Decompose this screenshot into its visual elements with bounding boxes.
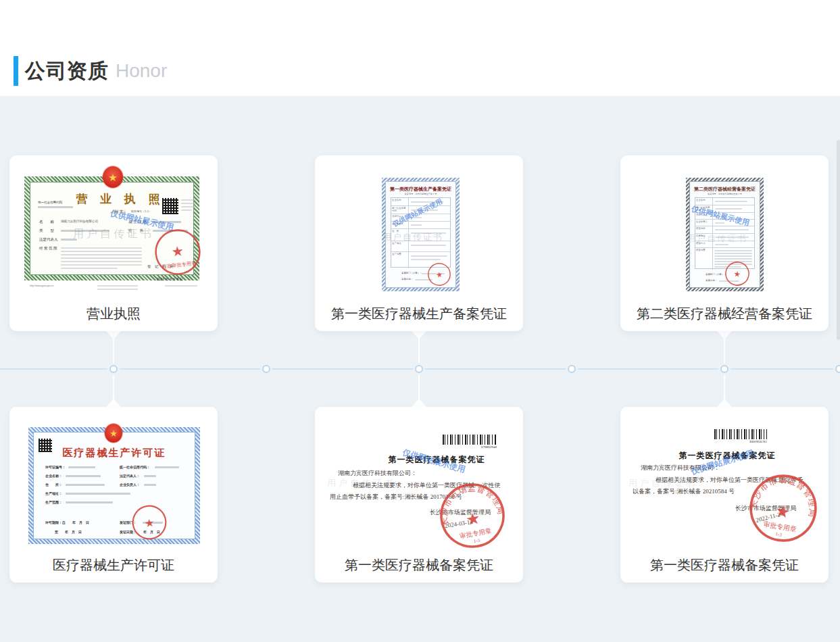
redacted-value <box>411 245 446 246</box>
redacted-value <box>411 201 443 203</box>
row-label: 法定代表人 <box>695 213 713 219</box>
timeline-dot <box>720 365 728 373</box>
redacted-value <box>715 237 749 238</box>
credit-code-label: 统一社会信用代码 <box>38 201 62 204</box>
svg-text:1-3: 1-3 <box>473 538 480 545</box>
national-emblem-icon: ★ <box>105 424 122 443</box>
redacted-value <box>66 493 130 495</box>
certificate-table: 企业名称 统一社会信用代码 法定代表人 企业负责人 经营场所 库房地址 经营方式… <box>695 197 755 269</box>
document-title: 第一类医疗器械备案凭证 <box>646 450 808 462</box>
redacted-line <box>181 199 196 201</box>
row-label: 企业负责人 <box>695 220 713 226</box>
row-label: 统一社会信用代码 <box>695 205 713 212</box>
svg-text:行政审批专用章: 行政审批专用章 <box>162 260 197 270</box>
certificate-border: 医疗器械生产许可证 许可证编号： 统一社会信用代码： 企业名称： 法定代表人： … <box>28 427 200 544</box>
row-label: 住 所 <box>391 229 409 241</box>
filing-dept-line: 备案部门（公章）： <box>401 272 422 274</box>
redacted-scope <box>61 268 118 269</box>
accent-bar <box>14 56 18 86</box>
redacted-value <box>715 216 724 217</box>
connector-arrow-down <box>717 331 732 339</box>
barcode <box>714 429 767 439</box>
redacted-value <box>411 232 446 234</box>
certificate-caption: 第二类医疗器械经营备案凭证 <box>620 305 829 323</box>
filing-date-line: 备案日期： <box>706 279 717 282</box>
section-header: 公司资质 Honor <box>14 55 167 87</box>
timeline-dot <box>109 365 118 373</box>
row-label: 生产范围 <box>391 252 409 268</box>
redacted-value <box>155 466 179 468</box>
redacted-value <box>144 484 156 486</box>
filing-number: 备案编号：湘长食药监械经营备字号 <box>689 193 760 195</box>
row-label: 经营场所 <box>695 226 713 233</box>
address-label: 住 所： <box>45 483 62 487</box>
prod-scope-label: 生产范围： <box>45 500 62 504</box>
established-label: 成 立 日 期 <box>128 220 147 224</box>
redacted-line <box>181 203 196 204</box>
company-name: 湖南力宾医疗科技有限公司 <box>61 220 98 223</box>
license-title: 医疗器械生产许可证 <box>40 447 189 460</box>
filing-date-line: 备案日期： <box>401 278 413 280</box>
official-seal-icon: ★ <box>129 502 170 543</box>
redacted-scope <box>61 247 142 249</box>
svg-text:★: ★ <box>733 270 741 278</box>
redacted-legal-rep <box>61 239 77 241</box>
certificate-caption: 营业执照 <box>9 305 218 323</box>
redacted-value <box>66 501 113 503</box>
redacted-value <box>66 484 105 486</box>
redacted-value <box>715 201 747 202</box>
redacted-value <box>715 208 742 209</box>
timeline-dot <box>568 365 576 373</box>
certificate-card-class1-production-filing[interactable]: 第一类医疗器械生产备案凭证 备案编号：湘长药监械生产备字号 企业名称 统一社会信… <box>315 155 523 331</box>
redacted-value <box>715 229 749 230</box>
certificate-card-class1-filing-2021[interactable]: RBSXOCR1 第一类医疗器械备案凭证 湖南力宾医疗科技有限公司： 根据相关法… <box>620 407 829 583</box>
row-label: 经营方式 <box>695 241 713 247</box>
certificate-caption: 医疗器械生产许可证 <box>9 556 218 574</box>
row-label: 统一社会信用代码 <box>391 206 409 214</box>
row-label: 库房地址 <box>695 234 713 241</box>
official-seal-icon: ★ <box>723 260 752 289</box>
certificate-card-business-license[interactable]: 统一社会信用代码 营 业 执 照 （副 本） 副本编号（1-1） 名 称 湖南力… <box>9 155 218 331</box>
redacted-value <box>411 217 422 218</box>
license-title: 营 业 执 照 <box>62 191 178 207</box>
redacted-footer <box>97 285 138 287</box>
scrollbar-thumb[interactable] <box>837 140 840 340</box>
type-label: 类 型 <box>39 228 54 233</box>
license-no-label: 许可证编号： <box>45 465 66 469</box>
timeline-dot <box>262 365 270 373</box>
redacted-scope <box>61 257 142 259</box>
certificate-card-production-license[interactable]: 医疗器械生产许可证 许可证编号： 统一社会信用代码： 企业名称： 法定代表人： … <box>9 407 218 583</box>
certificate-caption: 第一类医疗器械生产备案凭证 <box>315 305 523 323</box>
redacted-value <box>714 253 752 254</box>
row-label: 企业负责人 <box>391 222 409 228</box>
connector-arrow-down <box>106 331 121 339</box>
redacted-value <box>411 224 422 226</box>
redacted-footer <box>97 289 138 290</box>
redacted-value <box>714 258 752 260</box>
redacted-scope <box>61 261 142 262</box>
copy-number: 副本编号（1-1） <box>131 209 151 213</box>
redacted-value <box>715 222 724 224</box>
barcode-label: RBSXOCR1 <box>722 440 767 443</box>
svg-text:★: ★ <box>144 516 155 530</box>
redacted-value <box>411 259 441 260</box>
svg-text:1-3: 1-3 <box>775 531 783 538</box>
redacted-type <box>61 230 109 232</box>
connector-arrow-down <box>412 331 426 339</box>
redacted-value <box>411 209 438 211</box>
certificate-card-class1-filing-2017[interactable]: 07MION48 第一类医疗器械备案凭证 湖南力宾医疗科技有限公司： 根据相关法… <box>315 407 523 583</box>
redacted-footer <box>165 285 197 287</box>
connector-arrow-up <box>412 399 426 407</box>
name-label: 名 称 <box>39 220 54 224</box>
row-label: 生产地址 <box>391 241 409 251</box>
certificate-card-class2-operation-filing[interactable]: 第二类医疗器械经营备案凭证 备案编号：湘长食药监械经营备字号 企业名称 统一社会… <box>620 155 829 331</box>
legal-rep-label: 法定代表人 <box>39 237 58 242</box>
official-seal-icon: 长沙市市场监督管理局 ★ 审批专用章 1-3 <box>743 468 824 549</box>
official-seal-icon: 长沙市市场监督管理局 ★ 审批专用章 1-3 <box>433 476 512 555</box>
certificate-caption: 第一类医疗器械备案凭证 <box>315 556 523 574</box>
addressee-line: 湖南力宾医疗科技有限公司： <box>641 464 720 472</box>
row-label: 经营范围 <box>695 248 713 270</box>
svg-text:★: ★ <box>774 501 792 522</box>
scope-label: 经 营 范 围 <box>39 246 57 251</box>
timeline-dot <box>415 365 423 373</box>
